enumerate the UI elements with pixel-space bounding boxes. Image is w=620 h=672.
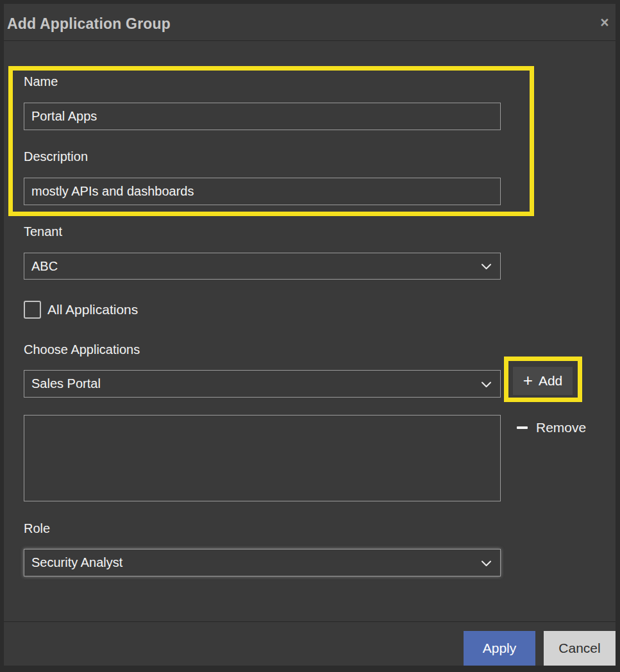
screen: Add Application Group × Name Description… bbox=[0, 0, 620, 672]
choose-applications-label: Choose Applications bbox=[24, 342, 140, 357]
cancel-button[interactable]: Cancel bbox=[544, 631, 616, 666]
close-icon[interactable]: × bbox=[595, 13, 614, 32]
tenant-label: Tenant bbox=[24, 224, 62, 239]
selected-applications-listbox[interactable] bbox=[24, 415, 501, 501]
dialog-header: Add Application Group × bbox=[4, 4, 616, 41]
name-input[interactable] bbox=[24, 103, 501, 130]
add-button-label: Add bbox=[539, 373, 562, 389]
role-selected-value: Security Analyst bbox=[31, 555, 122, 570]
dialog-title: Add Application Group bbox=[7, 4, 171, 41]
footer-divider bbox=[4, 621, 616, 622]
chevron-down-icon bbox=[481, 259, 492, 274]
chevron-down-icon bbox=[481, 555, 492, 570]
add-button[interactable]: + Add bbox=[513, 367, 573, 395]
plus-icon: + bbox=[523, 372, 533, 389]
chevron-down-icon bbox=[481, 376, 492, 391]
role-select[interactable]: Security Analyst bbox=[24, 549, 501, 576]
tenant-select[interactable]: ABC bbox=[24, 253, 501, 280]
role-label: Role bbox=[24, 521, 50, 536]
apply-button[interactable]: Apply bbox=[464, 631, 535, 666]
minus-icon bbox=[517, 426, 528, 429]
description-label: Description bbox=[24, 149, 88, 164]
remove-button[interactable]: Remove bbox=[517, 418, 586, 437]
all-applications-label: All Applications bbox=[47, 302, 138, 317]
add-application-group-dialog: Add Application Group × Name Description… bbox=[4, 4, 616, 666]
description-input[interactable] bbox=[24, 178, 501, 205]
choose-applications-select[interactable]: Sales Portal bbox=[24, 370, 501, 398]
name-label: Name bbox=[24, 74, 58, 89]
remove-button-label: Remove bbox=[536, 420, 586, 435]
all-applications-checkbox[interactable] bbox=[24, 301, 41, 319]
tenant-selected-value: ABC bbox=[31, 259, 58, 274]
choose-applications-selected-value: Sales Portal bbox=[31, 376, 101, 391]
